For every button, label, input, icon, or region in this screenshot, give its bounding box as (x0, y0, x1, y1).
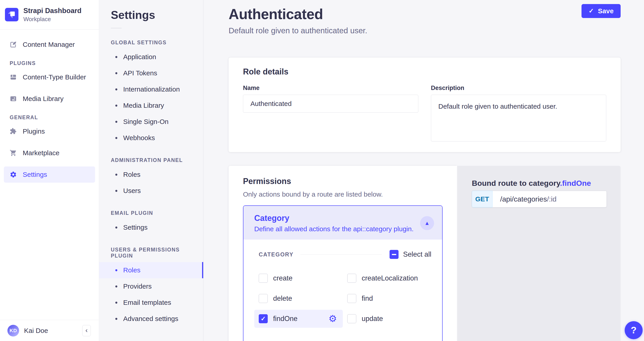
collapse-sidebar-button[interactable]: ‹ (82, 325, 91, 336)
subnav-item-single-sign-on[interactable]: Single Sign-On (99, 114, 203, 130)
action-row-find[interactable]: find (343, 289, 431, 307)
category-accordion: Category Define all allowed actions for … (243, 205, 442, 341)
subnav-item-up-advanced-settings[interactable]: Advanced settings (99, 311, 203, 327)
sidebar-item-settings[interactable]: Settings (4, 166, 95, 183)
subnav-item-up-roles[interactable]: Roles (99, 262, 203, 278)
find-checkbox[interactable] (347, 294, 356, 303)
role-details-fields: Name Description Default role given to a… (243, 85, 606, 142)
select-all-control[interactable]: Select all (390, 250, 431, 259)
image-icon (10, 95, 17, 102)
subnav-item-label: API Tokens (123, 69, 157, 77)
app-root: Strapi Dashboard Workplace Content Manag… (0, 0, 644, 341)
category-group-row: CATEGORY Select all (254, 250, 431, 259)
page-subtitle: Default role given to authenticated user… (228, 26, 620, 35)
update-checkbox[interactable] (347, 314, 356, 323)
accordion-collapse-button[interactable]: ▲ (420, 216, 434, 230)
subnav-item-label: Webhooks (123, 134, 155, 142)
settings-subnav: Settings GLOBAL SETTINGS Application API… (99, 0, 204, 341)
sidebar-item-label: Content Manager (23, 41, 75, 48)
permissions-section: Permissions Only actions bound by a rout… (228, 166, 620, 341)
subnav-item-internationalization[interactable]: Internationalization (99, 81, 203, 97)
subnav-item-api-tokens[interactable]: API Tokens (99, 65, 203, 81)
category-accordion-header[interactable]: Category Define all allowed actions for … (244, 206, 442, 240)
subnav-item-label: Media Library (123, 102, 164, 109)
action-row-update[interactable]: update (343, 310, 431, 328)
action-row-create[interactable]: create (254, 269, 343, 287)
subnav-item-admin-users[interactable]: Users (99, 183, 203, 199)
subnav-item-email-settings[interactable]: Settings (99, 219, 203, 235)
subnav-item-media-library[interactable]: Media Library (99, 97, 203, 114)
help-button[interactable]: ? (625, 321, 643, 339)
subnav-item-up-providers[interactable]: Providers (99, 278, 203, 294)
user-name[interactable]: Kai Doe (24, 327, 48, 334)
action-row-delete[interactable]: delete (254, 289, 343, 307)
sidebar-item-label: Settings (23, 171, 47, 178)
description-textarea[interactable]: Default role given to authenticated user… (431, 95, 606, 142)
feather-pen-icon (10, 41, 17, 48)
sidebar-item-content-manager[interactable]: Content Manager (4, 37, 95, 53)
category-accordion-body: CATEGORY Select all create (244, 240, 442, 328)
name-input[interactable] (243, 95, 418, 113)
sidebar-item-media-library[interactable]: Media Library (4, 91, 95, 107)
chevron-up-icon: ▲ (424, 220, 430, 226)
sidebar-item-label: Marketplace (23, 149, 59, 157)
route-display: GET /api/categories/:id (472, 191, 607, 207)
subnav-item-label: Email templates (123, 299, 171, 306)
sidebar-item-content-type-builder[interactable]: Content-Type Builder (4, 69, 95, 85)
sidebar-item-label: Plugins (23, 128, 45, 135)
strapi-logo-icon (5, 8, 18, 21)
subnav-divider (111, 28, 122, 28)
bound-route-title-prefix: Bound route to category (472, 179, 560, 187)
category-group-label: CATEGORY (254, 251, 294, 258)
permissions-note: Only actions bound by a route are listed… (243, 191, 442, 198)
layout-grid-icon (10, 74, 17, 81)
route-path-main: /api/categories (500, 195, 547, 203)
subnav-item-application[interactable]: Application (99, 49, 203, 65)
actions-grid: create createLocalization delete (254, 269, 431, 328)
shopping-cart-icon (10, 149, 17, 157)
category-accordion-titles: Category Define all allowed actions for … (254, 213, 414, 233)
page-title: Authenticated (228, 6, 620, 23)
description-label: Description (431, 85, 606, 92)
http-method-badge: GET (472, 191, 492, 207)
main-nav-list: Content Manager PLUGINS Content-Type Bui… (0, 30, 99, 183)
description-field-group: Description Default role given to authen… (431, 85, 606, 142)
action-row-findOne[interactable]: findOne ⚙ (254, 310, 343, 328)
action-row-createLocalization[interactable]: createLocalization (343, 269, 431, 287)
sidebar-item-plugins[interactable]: Plugins (4, 123, 95, 139)
action-label: delete (273, 294, 292, 302)
subnav-item-label: Users (123, 187, 141, 195)
sidebar-item-label: Content-Type Builder (23, 73, 86, 81)
nav-section-plugins: PLUGINS (10, 60, 89, 66)
avatar[interactable]: KD (8, 325, 19, 336)
subnav-item-label: Internationalization (123, 86, 180, 93)
nav-section-general: GENERAL (10, 115, 89, 121)
puzzle-icon (10, 128, 17, 135)
findOne-checkbox[interactable] (259, 314, 268, 323)
select-all-checkbox[interactable] (390, 250, 398, 259)
sidebar-item-marketplace[interactable]: Marketplace (4, 145, 95, 161)
createLocalization-checkbox[interactable] (347, 274, 356, 283)
action-label: update (362, 315, 383, 323)
action-label: create (273, 274, 292, 282)
subnav-section-users-permissions-plugin: USERS & PERMISSIONS PLUGIN (111, 247, 203, 259)
check-icon: ✓ (588, 8, 594, 14)
action-label: findOne (273, 315, 298, 323)
route-path-param: /:id (547, 195, 556, 203)
workspace-brand[interactable]: Strapi Dashboard Workplace (0, 0, 99, 30)
role-details-heading: Role details (243, 67, 606, 77)
subnav-section-global-settings: GLOBAL SETTINGS (111, 40, 203, 46)
route-path: /api/categories/:id (492, 191, 607, 207)
findOne-settings-gear-icon[interactable]: ⚙ (328, 314, 338, 323)
save-button-label: Save (598, 7, 614, 15)
delete-checkbox[interactable] (259, 294, 268, 303)
workspace-subtitle: Workplace (24, 16, 81, 23)
create-checkbox[interactable] (259, 274, 268, 283)
subnav-item-up-email-templates[interactable]: Email templates (99, 294, 203, 311)
action-label: createLocalization (362, 274, 418, 282)
subnav-item-admin-roles[interactable]: Roles (99, 166, 203, 183)
save-button[interactable]: ✓ Save (582, 4, 620, 18)
workspace-title: Strapi Dashboard (24, 7, 81, 15)
subnav-item-webhooks[interactable]: Webhooks (99, 130, 203, 146)
subnav-item-label: Application (123, 53, 156, 61)
